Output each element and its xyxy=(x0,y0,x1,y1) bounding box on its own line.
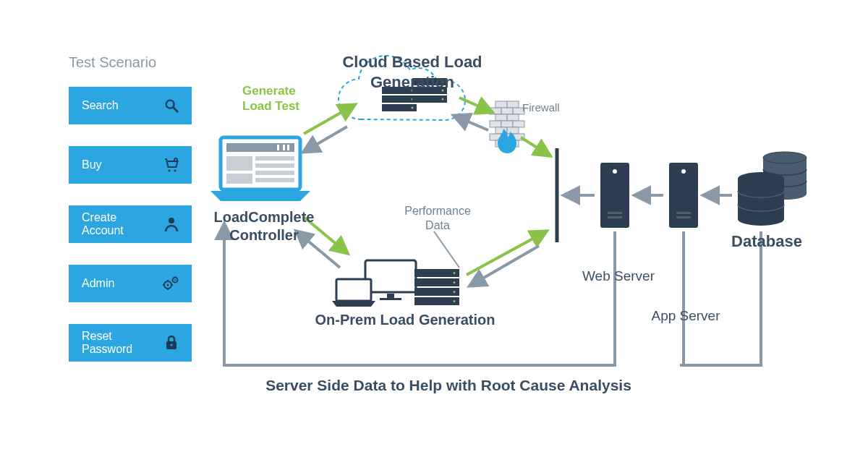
svg-point-50 xyxy=(454,300,456,302)
svg-point-82 xyxy=(738,213,784,226)
label-cloud-gen: Cloud Based Load Generation xyxy=(304,52,521,92)
svg-rect-60 xyxy=(513,121,524,127)
arrow-firewall-to-cloud xyxy=(454,116,488,130)
svg-rect-62 xyxy=(507,127,519,134)
label-web-server: Web Server xyxy=(575,268,662,285)
web-server-icon xyxy=(600,163,629,228)
svg-rect-30 xyxy=(283,145,285,150)
svg-rect-52 xyxy=(507,101,519,108)
svg-point-27 xyxy=(442,98,444,101)
svg-rect-31 xyxy=(287,145,289,150)
svg-rect-41 xyxy=(380,298,401,300)
label-app-server: App Server xyxy=(635,307,736,325)
svg-rect-46 xyxy=(414,297,459,305)
svg-rect-75 xyxy=(676,216,691,218)
firewall-icon xyxy=(490,101,524,153)
label-footer: Server Side Data to Help with Root Cause… xyxy=(239,376,658,395)
svg-rect-39 xyxy=(365,260,416,292)
svg-rect-71 xyxy=(608,216,622,218)
svg-point-47 xyxy=(454,272,456,274)
svg-point-49 xyxy=(454,291,456,293)
laptop-controller-icon xyxy=(210,137,310,201)
onprem-devices-icon xyxy=(332,260,459,307)
svg-rect-33 xyxy=(226,156,252,171)
arrow-onprem-to-bar xyxy=(467,231,546,275)
svg-rect-32 xyxy=(277,145,279,150)
arrow-firewall-to-bar xyxy=(521,137,550,155)
svg-rect-54 xyxy=(501,108,513,114)
svg-rect-37 xyxy=(255,171,294,175)
svg-rect-40 xyxy=(387,294,394,298)
label-perf-data: PerformanceData xyxy=(391,204,485,233)
svg-rect-70 xyxy=(608,212,622,214)
svg-rect-43 xyxy=(414,269,459,277)
svg-rect-59 xyxy=(501,121,513,127)
svg-rect-74 xyxy=(676,212,691,214)
perf-data-pointer xyxy=(434,231,459,268)
svg-rect-57 xyxy=(507,114,519,121)
svg-rect-42 xyxy=(336,279,371,301)
svg-point-73 xyxy=(681,169,686,174)
svg-point-48 xyxy=(454,281,456,283)
svg-point-69 xyxy=(613,169,617,174)
svg-rect-35 xyxy=(255,156,294,161)
svg-rect-38 xyxy=(255,178,294,182)
database-icon xyxy=(738,152,807,226)
feedback-db xyxy=(680,231,761,365)
label-generate-load: GenerateLoad Test xyxy=(242,83,322,114)
svg-rect-56 xyxy=(495,114,507,121)
svg-rect-58 xyxy=(490,121,501,127)
label-onprem: On-Prem Load Generation xyxy=(304,311,506,329)
svg-rect-36 xyxy=(255,163,294,168)
svg-rect-45 xyxy=(414,288,459,296)
label-database: Database xyxy=(723,231,810,252)
svg-rect-34 xyxy=(226,174,252,184)
svg-rect-51 xyxy=(495,101,507,108)
app-server-icon xyxy=(669,163,698,228)
svg-point-21 xyxy=(412,107,414,109)
svg-rect-44 xyxy=(414,278,459,286)
label-firewall: Firewall xyxy=(522,101,560,115)
label-controller: LoadCompleteController xyxy=(206,208,322,244)
